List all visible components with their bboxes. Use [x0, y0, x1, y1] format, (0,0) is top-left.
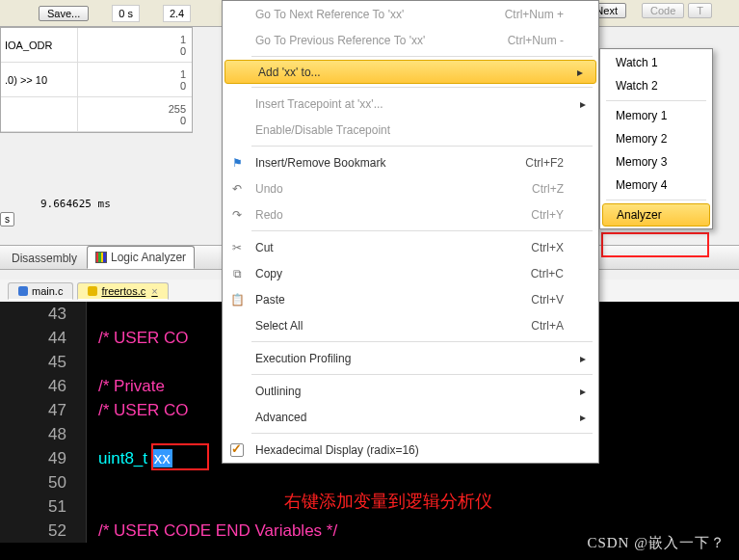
menu-item-select-all[interactable]: Select AllCtrl+A [223, 312, 598, 338]
menu-separator [251, 374, 593, 375]
annotation-text: 右键添加变量到逻辑分析仪 [284, 490, 492, 513]
analyzer-row[interactable]: 2550 [1, 97, 192, 132]
menu-separator [251, 146, 593, 147]
submenu-item-memory1[interactable]: Memory 1 [600, 104, 712, 127]
menu-item-copy[interactable]: ⧉CopyCtrl+C [223, 260, 598, 286]
val-top: 1 [180, 34, 186, 45]
menu-item-cut[interactable]: ✂CutCtrl+X [223, 234, 598, 260]
val-top: 255 [169, 103, 186, 115]
cut-icon: ✂ [232, 241, 242, 254]
menu-item-exec-profiling[interactable]: Execution Profiling▸ [223, 345, 598, 371]
logic-analyzer-icon [95, 252, 107, 263]
line-number: 48 [0, 422, 87, 446]
menu-item-goto-next[interactable]: Go To Next Reference To 'xx'Ctrl+Num + [223, 1, 598, 27]
watermark: CSDN @嵌入一下？ [587, 534, 726, 552]
file-tab-label: freertos.c [101, 285, 145, 297]
menu-separator [251, 433, 593, 434]
file-tab-main[interactable]: main.c [8, 282, 73, 300]
menu-separator [606, 100, 706, 101]
save-button[interactable]: Save... [39, 6, 89, 21]
menu-separator [251, 341, 593, 342]
analyzer-row[interactable]: .0) >> 10 10 [1, 63, 192, 97]
menu-item-outlining[interactable]: Outlining▸ [223, 378, 598, 404]
val-bot: 0 [180, 80, 186, 92]
menu-item-advanced[interactable]: Advanced▸ [223, 404, 598, 430]
menu-item-hex-display[interactable]: Hexadecimal Display (radix=16) [223, 437, 598, 463]
menu-separator [251, 56, 593, 57]
menu-separator [251, 87, 593, 88]
menu-item-goto-prev[interactable]: Go To Previous Reference To 'xx'Ctrl+Num… [223, 27, 598, 53]
tab-logic-analyzer[interactable]: Logic Analyzer [87, 246, 195, 269]
val-bot: 0 [180, 115, 186, 126]
cursor-time: 9.664625 ms [40, 198, 111, 210]
tab-label: Logic Analyzer [111, 251, 186, 264]
paste-icon: 📋 [230, 293, 245, 307]
line-number: 43 [0, 302, 87, 326]
menu-item-add-to[interactable]: Add 'xx' to...▸ [224, 60, 596, 84]
line-number: 44 [0, 326, 87, 350]
submenu-item-analyzer[interactable]: Analyzer [602, 203, 710, 227]
line-number: 46 [0, 374, 87, 398]
submenu-item-memory3[interactable]: Memory 3 [600, 150, 712, 173]
menu-separator [251, 230, 593, 231]
time-start: 0 s [112, 5, 140, 22]
menu-separator [606, 200, 706, 200]
signal-label [1, 97, 78, 131]
submenu-item-watch1[interactable]: Watch 1 [600, 51, 712, 74]
file-tab-label: main.c [32, 285, 63, 297]
context-menu: Go To Next Reference To 'xx'Ctrl+Num + G… [222, 0, 599, 464]
submenu-add-to: Watch 1 Watch 2 Memory 1 Memory 2 Memory… [599, 48, 713, 229]
c-file-icon [88, 286, 97, 296]
c-file-icon [18, 286, 28, 296]
val-top: 1 [180, 68, 186, 80]
line-number: 50 [0, 470, 87, 494]
menu-item-undo[interactable]: ↶UndoCtrl+Z [223, 175, 598, 201]
line-number: 45 [0, 350, 87, 374]
signal-label: IOA_ODR [1, 28, 78, 62]
menu-item-paste[interactable]: 📋PasteCtrl+V [223, 286, 598, 312]
line-number: 47 [0, 398, 87, 422]
submenu-item-memory4[interactable]: Memory 4 [600, 173, 712, 197]
signal-label: .0) >> 10 [1, 63, 78, 96]
submenu-item-watch2[interactable]: Watch 2 [600, 74, 712, 97]
time-cursor: 2.4 [163, 5, 191, 22]
menu-item-bookmark[interactable]: ⚑Insert/Remove BookmarkCtrl+F2 [223, 149, 598, 175]
time-unit-badge: s [0, 212, 14, 227]
trace-button[interactable]: T [688, 3, 712, 18]
flag-icon: ⚑ [232, 156, 243, 170]
redo-icon: ↷ [232, 208, 242, 222]
undo-icon: ↶ [232, 182, 242, 196]
submenu-item-memory2[interactable]: Memory 2 [600, 127, 712, 150]
copy-icon: ⧉ [233, 267, 242, 280]
tab-disassembly[interactable]: Disassembly [4, 248, 85, 269]
code-button[interactable]: Code [642, 3, 684, 18]
menu-item-toggle-tracepoint[interactable]: Enable/Disable Tracepoint [223, 117, 598, 143]
file-tab-freertos[interactable]: freertos.c× [77, 282, 168, 300]
analyzer-pane: IOA_ODR 10 .0) >> 10 10 2550 [0, 27, 193, 133]
menu-item-redo[interactable]: ↷RedoCtrl+Y [223, 201, 598, 227]
selected-variable[interactable]: xx [152, 449, 172, 467]
analyzer-row[interactable]: IOA_ODR 10 [1, 28, 192, 63]
close-icon[interactable]: × [151, 285, 157, 297]
line-number: 51 [0, 494, 87, 519]
val-bot: 0 [180, 45, 186, 57]
checkmark-icon [230, 443, 244, 457]
menu-item-insert-tracepoint[interactable]: Insert Tracepoint at 'xx'...▸ [223, 91, 598, 117]
line-number: 52 [0, 519, 87, 543]
line-number: 49 [0, 446, 87, 470]
